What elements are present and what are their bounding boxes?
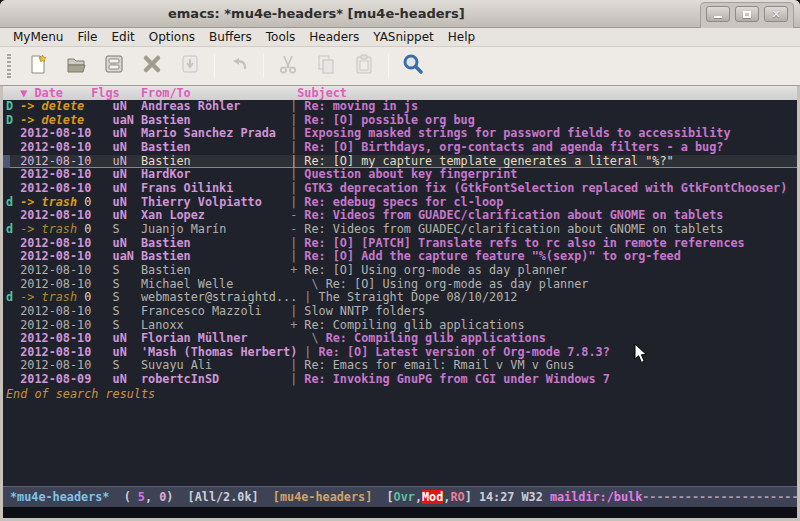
mark-target: -> trash: [20, 195, 77, 209]
subject-cell: Exposing masked strings for password fie…: [297, 126, 730, 140]
message-row[interactable]: 2012-08-10 uN Bastien | Re: [O] [PATCH] …: [6, 237, 797, 251]
date-cell: [91, 222, 112, 236]
flags-cell: uaN: [113, 113, 141, 127]
column-subject[interactable]: Subject: [297, 86, 347, 100]
message-row[interactable]: 2012-08-10 uN 'Mash (Thomas Herbert) | R…: [6, 346, 797, 360]
flags-cell: S: [113, 290, 141, 304]
message-row[interactable]: 2012-08-10 uN Florian Müllner \ Re: Comp…: [6, 332, 797, 346]
message-row[interactable]: d -> trash 0 S Juanjo Marín - Re: Videos…: [6, 223, 797, 237]
date-cell: 2012-08-10: [20, 208, 112, 222]
thread-indicator: \: [290, 331, 318, 345]
date-cell: 2012-08-10: [20, 263, 112, 277]
menu-file[interactable]: File: [70, 29, 104, 45]
menu-options[interactable]: Options: [142, 29, 202, 45]
message-row[interactable]: 2012-08-10 uN Mario Sanchez Prada | Expo…: [6, 127, 797, 141]
message-row[interactable]: 2012-08-10 S Suvayu Ali | Re: Emacs for …: [6, 359, 797, 373]
window-controls: ✕: [700, 2, 794, 28]
from-cell: Bastien: [141, 263, 290, 277]
date-cell: [84, 113, 112, 127]
modeline-segment-plain: ,: [145, 490, 159, 504]
menu-yasnippet[interactable]: YASnippet: [366, 29, 441, 45]
toolbar-grip-handle[interactable]: [7, 54, 11, 78]
message-row[interactable]: 2012-08-10 uN Bastien | Re: [O] my captu…: [6, 155, 797, 169]
from-cell: Bastien: [141, 236, 290, 250]
copy-button: [312, 52, 340, 80]
message-row[interactable]: d -> trash 0 uN Thierry Volpiatto | Re: …: [6, 196, 797, 210]
from-cell: Florian Müllner: [141, 331, 290, 345]
menu-mymenu[interactable]: MyMenu: [6, 29, 70, 45]
message-row[interactable]: 2012-08-09 uN robertcInSD | Re: Invoking…: [6, 373, 797, 387]
paste-icon: [353, 53, 375, 79]
close-buffer-icon: [141, 53, 163, 79]
flags-cell: uN: [113, 345, 141, 359]
date-cell: 2012-08-10: [20, 318, 112, 332]
menu-edit[interactable]: Edit: [105, 29, 142, 45]
header-line: ▼ Date Flgs From/To Subject: [3, 86, 797, 100]
message-row[interactable]: 2012-08-10 uN Bastien | Re: [O] Birthday…: [6, 141, 797, 155]
maximize-button[interactable]: [735, 6, 759, 22]
message-row[interactable]: D -> delete uN Andreas Röhler | Re: movi…: [6, 100, 797, 114]
mark-indicator: D: [6, 99, 20, 113]
minimize-button[interactable]: [706, 6, 730, 22]
subject-cell: Re: moving in js: [297, 99, 418, 113]
from-cell: Bastien: [141, 154, 290, 168]
from-cell: Francesco Mazzoli: [141, 304, 290, 318]
subject-cell: The Straight Dope 08/10/2012: [311, 290, 517, 304]
open-folder-button[interactable]: [62, 52, 90, 80]
message-row[interactable]: 2012-08-10 S Bastien + Re: [O] Using org…: [6, 264, 797, 278]
sort-indicator[interactable]: ▼: [6, 86, 34, 100]
mark-indicator: [6, 167, 20, 181]
flags-cell: uN: [113, 154, 141, 168]
subject-cell: Re: Emacs for email: Rmail v VM v Gnus: [297, 358, 574, 372]
menu-help[interactable]: Help: [441, 29, 482, 45]
from-cell: Thierry Volpiatto: [141, 195, 290, 209]
mark-indicator: [6, 236, 20, 250]
from-cell: HardKor: [141, 167, 290, 181]
message-row[interactable]: 2012-08-10 S Michael Welle \ Re: [O] Usi…: [6, 278, 797, 292]
menu-bar: MyMenuFileEditOptionsBuffersToolsHeaders…: [0, 28, 800, 47]
search-icon: [401, 52, 425, 80]
mark-indicator: [6, 181, 20, 195]
column-flags[interactable]: Flgs: [91, 86, 141, 100]
message-row[interactable]: 2012-08-10 uN Xan Lopez - Re: Videos fro…: [6, 209, 797, 223]
subject-cell: Re: Invoking GnuPG from CGI under Window…: [297, 372, 610, 386]
message-row[interactable]: 2012-08-10 uN Frans Oilinki | GTK3 depre…: [6, 182, 797, 196]
message-row[interactable]: 2012-08-10 uN HardKor | Question about k…: [6, 168, 797, 182]
mark-indicator: [6, 140, 20, 154]
save-button[interactable]: [100, 52, 128, 80]
mark-indicator: D: [6, 113, 20, 127]
close-button[interactable]: ✕: [764, 6, 788, 22]
save-as-icon: [179, 53, 201, 79]
subject-cell: Re: [O] Birthdays, org-contacts and agen…: [297, 140, 723, 154]
mark-indicator: [6, 263, 20, 277]
close-buffer-button[interactable]: [138, 52, 166, 80]
message-row[interactable]: d -> trash 0 S webmaster@straightd... | …: [6, 291, 797, 305]
new-file-button[interactable]: [24, 52, 52, 80]
from-cell: Bastien: [141, 140, 290, 154]
column-date[interactable]: Date: [34, 86, 91, 100]
modeline-segment-maildir: maildir:/bulk: [550, 490, 642, 504]
flags-cell: uN: [113, 331, 141, 345]
menu-headers[interactable]: Headers: [302, 29, 366, 45]
from-cell: robertcInSD: [141, 372, 290, 386]
mark-indicator: [6, 318, 20, 332]
maximize-icon: [743, 11, 751, 18]
date-cell: 2012-08-10: [20, 304, 112, 318]
date-cell: 2012-08-10: [20, 181, 112, 195]
menu-buffers[interactable]: Buffers: [202, 29, 259, 45]
scrollbar-thumb[interactable]: [3, 155, 10, 168]
flags-cell: uN: [113, 181, 141, 195]
search-button[interactable]: [399, 52, 427, 80]
menu-tools[interactable]: Tools: [259, 29, 303, 45]
paste-button: [350, 52, 378, 80]
message-row[interactable]: D -> delete uaN Bastien | Re: [O] possib…: [6, 114, 797, 128]
save-icon: [103, 53, 125, 79]
message-row[interactable]: 2012-08-10 S Lanoxx + Re: Compiling glib…: [6, 319, 797, 333]
subject-cell: Re: [O] Latest version of Org-mode 7.8.3…: [311, 345, 609, 359]
column-from[interactable]: From/To: [141, 86, 297, 100]
message-row[interactable]: 2012-08-10 S Francesco Mazzoli | Slow NN…: [6, 305, 797, 319]
message-row[interactable]: 2012-08-10 uaN Bastien | Re: [O] Add the…: [6, 250, 797, 264]
from-cell: Michael Welle: [141, 277, 290, 291]
modeline-segment-ovr: Ovr: [394, 490, 415, 504]
window-title: emacs: *mu4e-headers* [mu4e-headers]: [168, 6, 465, 21]
